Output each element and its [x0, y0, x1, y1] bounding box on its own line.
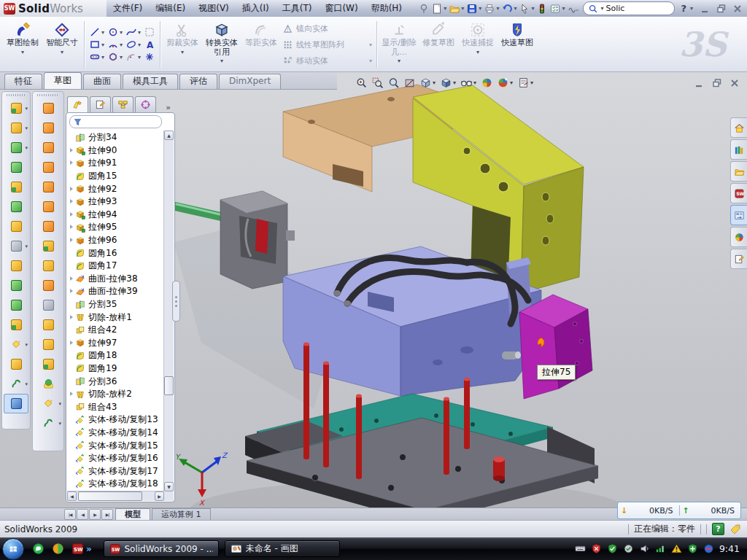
scrollbar-thumb[interactable]	[164, 376, 174, 395]
expand-arrow[interactable]	[69, 186, 75, 192]
sketch-text-tool[interactable]: A	[143, 39, 156, 50]
curve-through-points-button[interactable]: ▾	[34, 413, 62, 433]
configurationmanager-tab[interactable]	[112, 96, 133, 112]
propertymanager-tab[interactable]	[90, 96, 111, 112]
expand-arrow[interactable]	[69, 276, 75, 282]
tree-tabs-overflow[interactable]: »	[166, 103, 175, 112]
options-button[interactable]: ▾	[549, 1, 566, 16]
new-document-button[interactable]: ▾	[430, 1, 448, 16]
help-button[interactable]: ?	[678, 3, 689, 14]
hide-show-items-button[interactable]: ▾	[460, 76, 478, 90]
messenger-button[interactable]	[31, 542, 45, 556]
feature-tree-item[interactable]: 圆角17	[68, 260, 163, 273]
feature-tree-item[interactable]: 拉伸97	[68, 337, 163, 350]
zoom-to-area-button[interactable]	[371, 76, 384, 90]
revolved-boss-button[interactable]: ▾	[4, 118, 28, 138]
untrim-surface-button[interactable]	[34, 158, 62, 177]
tab-模具工具[interactable]: 模具工具	[123, 74, 178, 89]
undo-button[interactable]: ▾	[500, 1, 518, 16]
ellipse-tool[interactable]: ▾	[125, 39, 142, 50]
expand-arrow[interactable]	[69, 340, 75, 346]
security-center-icon[interactable]	[606, 542, 619, 556]
scroll-right-button[interactable]: ▶	[155, 491, 164, 501]
expand-arrow[interactable]	[69, 160, 75, 166]
solidworks-resources-tab[interactable]	[730, 117, 747, 138]
feature-tree-item[interactable]: 拉伸91	[68, 157, 163, 170]
feature-tree-item[interactable]: 圆角19	[68, 362, 163, 376]
expand-arrow[interactable]	[69, 147, 75, 154]
scroll-down-button[interactable]: ▼	[164, 482, 174, 491]
start-button[interactable]	[2, 538, 24, 560]
side-insert-body[interactable]	[519, 295, 592, 399]
feature-tree-item[interactable]: 实体-移动/复制15	[68, 439, 163, 452]
select-button[interactable]: ▾	[518, 1, 535, 16]
tab-曲面[interactable]: 曲面	[83, 74, 121, 89]
feature-tree-item[interactable]: 组合42	[68, 324, 163, 337]
rapid-sketch-button[interactable]: 快速草图	[498, 18, 537, 71]
menu-item[interactable]: 视图(V)	[192, 0, 236, 17]
tab-评估[interactable]: 评估	[179, 74, 217, 89]
extend-surface-button[interactable]	[34, 177, 62, 197]
toolbar-grip[interactable]	[7, 94, 26, 96]
feature-tree-item[interactable]: 拉伸95	[68, 221, 163, 234]
menu-item[interactable]: 窗口(W)	[318, 0, 364, 17]
feature-tree-item[interactable]: 曲面-拉伸38	[68, 273, 163, 286]
expand-arrow[interactable]	[69, 288, 75, 295]
cylinder-button[interactable]	[34, 374, 62, 394]
flatten-surface-button[interactable]	[34, 197, 62, 217]
feature-tree-item[interactable]: 实体-移动/复制13	[68, 413, 163, 427]
study-nav-button[interactable]: ▶|	[101, 509, 113, 520]
minimize-button[interactable]	[699, 1, 712, 16]
trim-surface-button[interactable]	[34, 138, 62, 158]
bend-button[interactable]	[34, 276, 62, 295]
antivirus-alert-icon[interactable]	[590, 542, 603, 556]
boundary-boss-button[interactable]	[4, 177, 28, 197]
tree-filter-input[interactable]	[69, 115, 162, 128]
hole-wizard-button[interactable]	[4, 217, 28, 236]
feature-tree-item[interactable]: 分割36	[68, 375, 163, 388]
close-button[interactable]	[731, 1, 744, 16]
tab-模型[interactable]: 模型	[115, 508, 150, 521]
feature-tree-item[interactable]: 实体-移动/复制14	[68, 427, 163, 440]
spline-tool[interactable]: ▾	[125, 26, 142, 38]
feature-tree-item[interactable]: 圆角18	[68, 349, 163, 362]
certificate-check-icon[interactable]	[622, 542, 635, 556]
toolbar-grip[interactable]	[37, 94, 59, 96]
view-settings-button[interactable]: ▾	[516, 76, 535, 90]
feature-tree-item[interactable]: 圆角16	[68, 246, 163, 260]
expand-arrow[interactable]	[69, 391, 75, 397]
zoom-fit-button[interactable]	[355, 76, 368, 90]
menu-item[interactable]: 编辑(E)	[149, 0, 192, 17]
rectangle-tool[interactable]: ▾	[88, 39, 106, 50]
tags-icon[interactable]	[729, 524, 741, 535]
menu-item[interactable]: 工具(T)	[276, 0, 319, 17]
scrollbar-thumb[interactable]	[78, 491, 142, 501]
volume-icon[interactable]	[638, 542, 651, 556]
study-nav-button[interactable]: |◀	[64, 509, 76, 520]
curves-button[interactable]: ▾	[4, 374, 28, 394]
tab-特征[interactable]: 特征	[4, 74, 42, 89]
feature-tree-item[interactable]: 圆角15	[68, 170, 163, 183]
feature-tree-item[interactable]: 分割35	[68, 298, 163, 311]
view-palette-tab[interactable]	[730, 205, 747, 225]
feature-tree-item[interactable]: 实体-移动/复制17	[68, 464, 163, 478]
solidworks-launcher-button[interactable]: SW	[71, 542, 85, 556]
rebuild-button[interactable]	[535, 1, 549, 16]
linear-pattern-button[interactable]: ▾	[4, 236, 28, 256]
tab-DimXpert[interactable]: DimXpert	[219, 74, 281, 89]
scroll-up-button[interactable]: ▲	[164, 131, 174, 140]
revolved-surface-button[interactable]	[34, 118, 62, 138]
selection-box-tool[interactable]	[143, 26, 156, 38]
tab-草图[interactable]: 草图	[44, 72, 82, 89]
study-nav-button[interactable]: ◀	[77, 509, 88, 520]
study-nav-button[interactable]: ▶	[89, 509, 101, 520]
network-signal-icon[interactable]	[654, 542, 667, 556]
swept-surface-button[interactable]	[34, 98, 62, 118]
section-view-button[interactable]	[403, 76, 417, 90]
expand-arrow[interactable]	[69, 314, 75, 321]
featuremanager-tab[interactable]	[67, 96, 88, 112]
swept-boss-button[interactable]: ▾	[4, 138, 28, 158]
tab-运动算例 1[interactable]: 运动算例 1	[152, 508, 211, 521]
document-minimize-button[interactable]	[693, 76, 706, 90]
dimxpertmanager-tab[interactable]	[135, 96, 156, 112]
